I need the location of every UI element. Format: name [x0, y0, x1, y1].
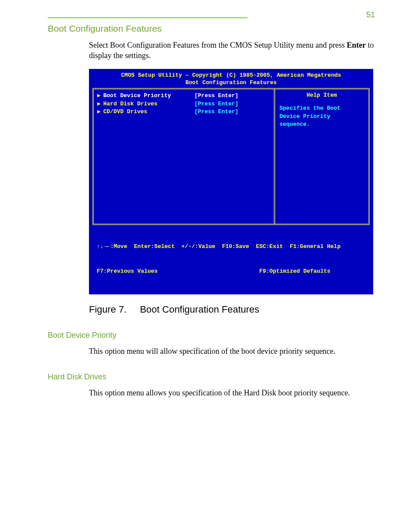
figure-title: Boot Configuration Features — [140, 304, 259, 315]
menu-item-label: CD/DVD Drives — [103, 108, 194, 116]
bios-title-line1: CMOS Setup Utility – Copyright (C) 1985-… — [89, 72, 373, 79]
intro-enter-word: Enter — [347, 41, 366, 49]
menu-item-value: [Press Enter] — [194, 108, 238, 116]
bios-footer: ↑↓→←:Move Enter:Select +/-/:Value F10:Sa… — [89, 225, 373, 292]
bios-menu-pane: ▶ Boot Device Priority [Press Enter] ▶ H… — [94, 89, 274, 224]
bios-title: CMOS Setup Utility – Copyright (C) 1985-… — [89, 71, 373, 88]
menu-item-label: Hard Disk Drives — [103, 100, 194, 108]
figure-caption: Figure 7. Boot Configuration Features — [89, 304, 379, 315]
menu-item-value: [Press Enter] — [194, 92, 238, 100]
subsection-text: This option menu allows you specificatio… — [89, 388, 379, 398]
intro-paragraph: Select Boot Configuration Features from … — [89, 40, 379, 61]
intro-text-1: Select Boot Configuration Features from … — [89, 41, 347, 49]
help-text: Specifies the Boot Device Priority seque… — [279, 104, 364, 129]
bios-footer-line2: F7:Previous Values F9:Optimized Defaults — [97, 268, 365, 276]
menu-arrow-icon: ▶ — [97, 92, 103, 100]
bios-menu-item[interactable]: ▶ Hard Disk Drives [Press Enter] — [97, 100, 269, 108]
bios-title-line2: Boot Configuration Features — [89, 79, 373, 87]
subsection-heading: Hard Disk Drives — [48, 372, 379, 382]
bios-footer-line1: ↑↓→←:Move Enter:Select +/-/:Value F10:Sa… — [97, 243, 365, 251]
menu-arrow-icon: ▶ — [97, 100, 103, 108]
bios-help-pane: Help Item Specifies the Boot Device Prio… — [274, 89, 368, 224]
subsection-text: This option menu will allow specificatio… — [89, 346, 379, 356]
help-title: Help Item — [279, 92, 364, 98]
menu-item-value: [Press Enter] — [194, 100, 238, 108]
menu-arrow-icon: ▶ — [97, 108, 103, 116]
page-header-title: Boot Configuration Features — [48, 23, 379, 34]
bios-menu-item[interactable]: ▶ CD/DVD Drives [Press Enter] — [97, 108, 269, 116]
subsection-heading: Boot Device Priority — [48, 331, 379, 340]
figure-label: Figure 7. — [89, 304, 127, 315]
page-number: 51 — [366, 10, 375, 20]
bios-screenshot: CMOS Setup Utility – Copyright (C) 1985-… — [89, 69, 373, 295]
bios-menu-item[interactable]: ▶ Boot Device Priority [Press Enter] — [97, 92, 269, 100]
header-rule — [48, 17, 247, 18]
menu-item-label: Boot Device Priority — [103, 92, 194, 100]
